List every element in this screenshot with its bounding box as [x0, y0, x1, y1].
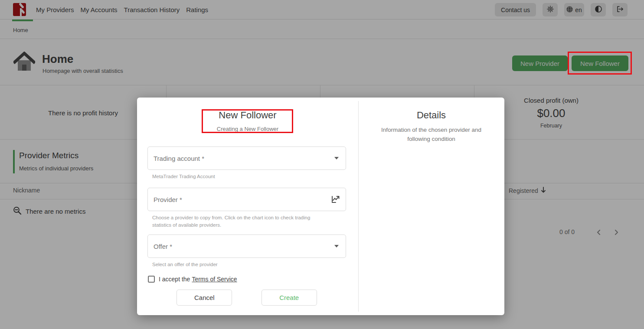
provider-select[interactable]: Provider *: [147, 188, 346, 211]
trading-account-label: Trading account *: [154, 155, 334, 162]
chevron-down-icon: [334, 157, 339, 160]
offer-helper: Select an offer of the provider: [152, 261, 330, 268]
terms-row: I accept the Terms of Service: [148, 276, 237, 283]
provider-chart-button[interactable]: [330, 193, 341, 206]
cancel-button[interactable]: Cancel: [177, 290, 232, 306]
details-title: Details: [358, 110, 504, 121]
chevron-down-icon: [334, 245, 339, 248]
dialog-details-pane: Details Information of the chosen provid…: [358, 98, 504, 315]
dialog-form-pane: New Follower Creating a New Follower Tra…: [137, 98, 358, 315]
trading-account-helper: MetaTrader Trading Account: [152, 173, 330, 180]
terms-checkbox[interactable]: [148, 276, 155, 283]
dialog-buttons: Cancel Create: [147, 290, 346, 306]
new-follower-dialog: New Follower Creating a New Follower Tra…: [137, 98, 504, 315]
chart-icon: [331, 194, 340, 205]
details-subtitle: Information of the chosen provider and f…: [377, 126, 486, 144]
provider-label: Provider *: [154, 196, 330, 203]
offer-select[interactable]: Offer *: [147, 235, 346, 258]
offer-label: Offer *: [154, 243, 334, 250]
trading-account-select[interactable]: Trading account *: [147, 147, 346, 170]
terms-of-service-link[interactable]: Terms of Service: [192, 276, 237, 283]
create-button[interactable]: Create: [262, 290, 317, 306]
terms-text: I accept the: [159, 276, 190, 283]
page: My Providers My Accounts Transaction His…: [0, 0, 644, 329]
provider-helper: Choose a provider to copy from. Click on…: [152, 214, 330, 229]
